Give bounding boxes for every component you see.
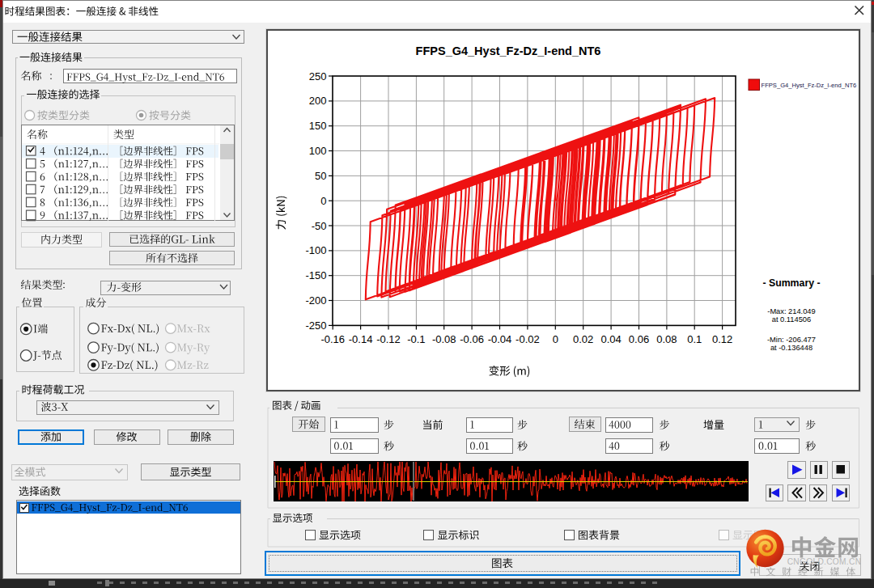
svg-text:FFPS_G4_Hyst_Fz-Dz_I-end_NT6: FFPS_G4_Hyst_Fz-Dz_I-end_NT6 <box>416 44 601 57</box>
svg-text:100: 100 <box>309 145 327 157</box>
svg-text:0.12: 0.12 <box>712 333 732 345</box>
svg-text:0: 0 <box>553 333 558 345</box>
svg-text:-0.1: -0.1 <box>407 333 425 345</box>
svg-text:-Min: -206.477: -Min: -206.477 <box>767 336 816 344</box>
svg-text:- Summary -: - Summary - <box>762 277 820 289</box>
svg-text:0.02: 0.02 <box>573 333 593 345</box>
svg-text:150: 150 <box>309 120 327 132</box>
svg-text:CNGOLD.COM.CN: CNGOLD.COM.CN <box>787 557 862 566</box>
svg-text:at -0.136448: at -0.136448 <box>770 344 812 352</box>
svg-text:250: 250 <box>309 70 327 82</box>
svg-text:-150: -150 <box>305 269 326 281</box>
svg-text:-50: -50 <box>312 220 327 232</box>
svg-text:200: 200 <box>309 95 327 107</box>
svg-text:0.06: 0.06 <box>629 333 649 345</box>
svg-text:-Max: 214.049: -Max: 214.049 <box>767 307 815 315</box>
svg-text:FFPS_G4_Hyst_Fz-Dz_I-end_NT6: FFPS_G4_Hyst_Fz-Dz_I-end_NT6 <box>762 82 857 89</box>
svg-text:-0.16: -0.16 <box>320 333 345 345</box>
svg-text:-0.04: -0.04 <box>488 333 512 345</box>
svg-text:0: 0 <box>320 195 326 207</box>
svg-text:0.1: 0.1 <box>687 333 702 345</box>
svg-text:0.08: 0.08 <box>656 333 677 345</box>
svg-text:-200: -200 <box>305 294 326 307</box>
svg-text:-0.14: -0.14 <box>349 333 373 345</box>
svg-text:0.04: 0.04 <box>600 333 621 345</box>
svg-text:-0.08: -0.08 <box>432 333 456 345</box>
svg-text:-0.12: -0.12 <box>376 333 401 345</box>
svg-text:-100: -100 <box>305 244 326 256</box>
svg-text:-0.02: -0.02 <box>515 333 540 345</box>
svg-text:at 0.114506: at 0.114506 <box>772 315 811 324</box>
svg-text:50: 50 <box>315 170 326 182</box>
svg-text:-0.06: -0.06 <box>460 333 484 345</box>
svg-text:-250: -250 <box>305 319 326 332</box>
